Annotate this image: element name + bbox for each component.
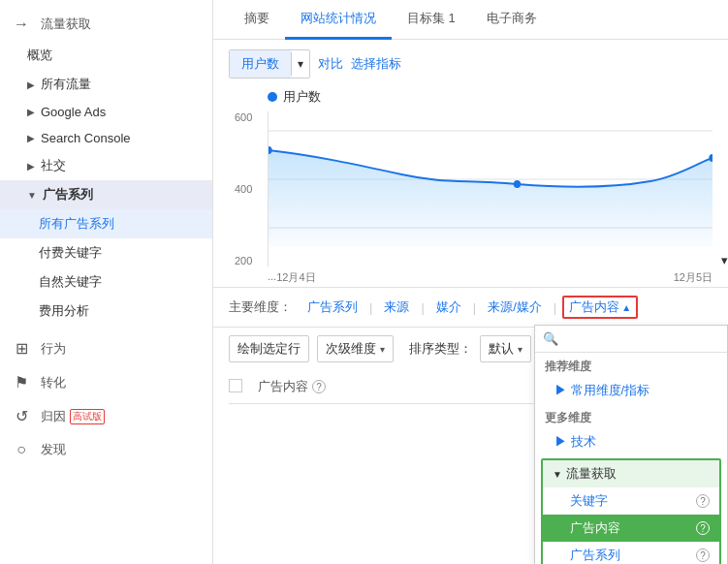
sort-type-label: 排序类型： — [409, 340, 472, 358]
secondary-dimension-btn[interactable]: 次级维度 ▾ — [317, 335, 394, 362]
chart-legend: 用户数 — [268, 88, 712, 106]
technology-item[interactable]: ▶ 技术 — [535, 428, 727, 455]
sidebar-item-organic-keywords[interactable]: 自然关键字 — [0, 267, 212, 297]
header-checkbox-cell — [229, 379, 258, 395]
chart-container: 600 400 200 — [268, 111, 712, 266]
default-label: 默认 — [489, 340, 514, 358]
behavior-icon: ⊞ — [12, 339, 31, 358]
traffic-section-highlight: ▼ 流量获取 关键字 ? 广告内容 ? 广告系列 ? 来源 — [541, 458, 721, 564]
search-icon: 🔍 — [543, 331, 558, 346]
legend-dot — [268, 92, 277, 102]
dim-btn-ad-content[interactable]: 广告内容 ▲ — [562, 296, 638, 319]
customize-columns-btn[interactable]: 绘制选定行 — [229, 335, 309, 362]
sidebar-item-all-traffic[interactable]: ▶ 所有流量 — [0, 70, 212, 99]
main-content: 摘要 网站统计情况 目标集 1 电子商务 用户数 ▾ 对比 选择指标 用户数 6… — [213, 0, 728, 564]
sort-type-btn[interactable]: 默认 ▾ — [480, 335, 531, 362]
x-label-0: ... — [268, 270, 276, 285]
chevron-icon: ▶ — [27, 107, 35, 117]
dropdown-overlay: 🔍 推荐维度 ▶ 常用维度/指标 更多维度 ▶ 技术 ▼ 流量获取 关键字 — [534, 325, 728, 564]
y-label-0: 600 — [235, 111, 252, 123]
flag-icon: ⚑ — [12, 373, 31, 392]
traffic-label: 流量获取 — [566, 465, 617, 483]
attribution-icon: ↺ — [12, 407, 31, 425]
dim-btn-medium[interactable]: 媒介 — [430, 297, 467, 318]
users-btn[interactable]: 用户数 — [230, 50, 291, 78]
sidebar-item-campaign[interactable]: ▼ 广告系列 — [0, 180, 212, 209]
compare-btn[interactable]: 对比 — [318, 55, 343, 73]
y-label-1: 400 — [235, 183, 252, 195]
chart-x-labels: ... 12月4日 12月5日 — [268, 268, 712, 287]
chart-y-labels: 600 400 200 — [235, 111, 252, 266]
dropdown-item-ad-content[interactable]: 广告内容 ? — [543, 515, 719, 542]
x-label-3: 12月5日 — [674, 270, 712, 285]
dim-dropdown-arrow: ▲ — [621, 302, 631, 313]
metric-selector[interactable]: 用户数 ▾ — [229, 49, 310, 78]
dim-btn-campaign[interactable]: 广告系列 — [301, 297, 364, 318]
attribution-badge: 高试版 — [70, 409, 105, 424]
dropdown-item-campaign-dim[interactable]: 广告系列 ? — [543, 542, 719, 564]
chevron-icon: ▶ — [27, 161, 35, 172]
sidebar-item-attribution[interactable]: ↺ 归因 高试版 — [0, 399, 212, 433]
traffic-arrow: ▼ — [553, 469, 562, 480]
recommended-title: 推荐维度 — [535, 353, 727, 377]
tab-0[interactable]: 摘要 — [229, 0, 285, 40]
technology-label: ▶ 技术 — [554, 433, 596, 451]
chevron-down-icon: ▼ — [27, 190, 37, 201]
controls-row: 用户数 ▾ 对比 选择指标 — [213, 40, 728, 88]
chart-svg — [269, 111, 712, 247]
secondary-dim-label: 次级维度 — [326, 340, 376, 358]
sidebar-item-search-console[interactable]: ▶ Search Console — [0, 125, 212, 151]
tab-2[interactable]: 目标集 1 — [392, 0, 471, 40]
discover-icon: ○ — [12, 441, 31, 458]
col-header-label: 广告内容 — [258, 378, 308, 395]
dropdown-arrow[interactable]: ▾ — [292, 52, 309, 76]
x-label-2 — [316, 270, 674, 285]
sidebar-traffic-section[interactable]: → 流量获取 — [0, 8, 212, 41]
col-header-ad-content: 广告内容 ? — [258, 378, 326, 395]
arrow-icon: → — [12, 16, 31, 33]
legend-label: 用户数 — [283, 88, 321, 106]
common-metrics-item[interactable]: ▶ 常用维度/指标 — [535, 377, 727, 404]
svg-point-4 — [514, 180, 521, 188]
x-label-1: 12月4日 — [276, 270, 315, 285]
sidebar-traffic-group: 概览 ▶ 所有流量 ▶ Google Ads ▶ Search Console … — [0, 41, 212, 326]
header-checkbox[interactable] — [229, 379, 242, 392]
table-help-icon[interactable]: ? — [312, 380, 326, 393]
sidebar-item-behavior[interactable]: ⊞ 行为 — [0, 331, 212, 365]
sidebar: → 流量获取 概览 ▶ 所有流量 ▶ Google Ads ▶ Search C… — [0, 0, 213, 564]
dim-btn-source[interactable]: 来源 — [378, 297, 415, 318]
tabs-bar: 摘要 网站统计情况 目标集 1 电子商务 — [213, 0, 728, 40]
sidebar-traffic-label: 流量获取 — [41, 16, 91, 33]
chevron-icon: ▶ — [27, 133, 35, 143]
common-metrics-label: ▶ 常用维度/指标 — [554, 382, 649, 399]
more-dimensions-title: 更多维度 — [535, 404, 727, 428]
dropdown-search-input[interactable] — [562, 331, 719, 346]
help-icon-keyword[interactable]: ? — [696, 494, 710, 508]
dim-btn-source-medium[interactable]: 来源/媒介 — [482, 297, 548, 318]
select-metric-btn[interactable]: 选择指标 — [351, 55, 401, 73]
customize-label: 绘制选定行 — [237, 340, 301, 358]
dropdown-item-keyword[interactable]: 关键字 ? — [543, 487, 719, 515]
x-axis-arrow: ▾ — [721, 253, 728, 267]
chevron-icon: ▶ — [27, 79, 35, 90]
y-label-2: 200 — [235, 255, 252, 266]
dim-label: 主要维度： — [229, 298, 292, 316]
sidebar-item-discover[interactable]: ○ 发现 — [0, 433, 212, 466]
sidebar-item-all-campaigns[interactable]: 所有广告系列 — [0, 209, 212, 238]
sidebar-item-paid-keywords[interactable]: 付费关键字 — [0, 238, 212, 267]
help-icon-ad-content[interactable]: ? — [696, 521, 710, 535]
sidebar-item-social[interactable]: ▶ 社交 — [0, 151, 212, 180]
sidebar-item-google-ads[interactable]: ▶ Google Ads — [0, 99, 212, 125]
sidebar-item-cost-analysis[interactable]: 费用分析 — [0, 297, 212, 326]
dropdown-search-row: 🔍 — [535, 326, 727, 353]
sort-arrow: ▾ — [518, 344, 522, 355]
tab-3[interactable]: 电子商务 — [471, 0, 553, 40]
traffic-group-header[interactable]: ▼ 流量获取 — [543, 460, 719, 487]
help-icon-campaign[interactable]: ? — [696, 548, 710, 562]
secondary-dim-arrow: ▾ — [380, 344, 385, 355]
sidebar-item-conversion[interactable]: ⚑ 转化 — [0, 365, 212, 399]
sidebar-item-overview[interactable]: 概览 — [0, 41, 212, 70]
chart-area: 用户数 600 400 200 — [252, 88, 728, 287]
tab-1[interactable]: 网站统计情况 — [285, 0, 392, 40]
dimensions-row: 主要维度： 广告系列 | 来源 | 媒介 | 来源/媒介 | 广告内容 ▲ 🔍 … — [213, 287, 728, 328]
